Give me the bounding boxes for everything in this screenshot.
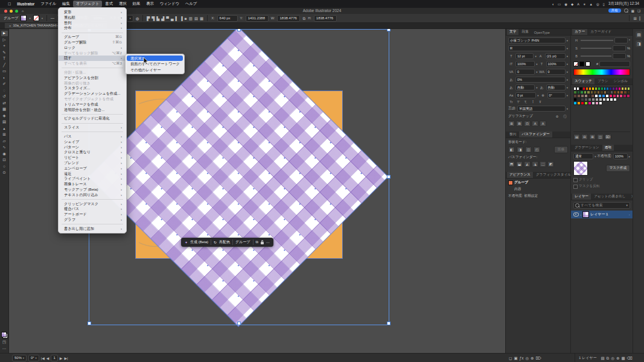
wifi-icon[interactable]: ▲	[590, 2, 593, 6]
record-icon[interactable]: ◉	[564, 2, 567, 6]
free-transform-tool[interactable]: ◈	[1, 113, 8, 119]
layer-name[interactable]: レイヤー 1	[590, 212, 608, 217]
type-style-icon-0[interactable]: Tr	[508, 100, 514, 104]
char-field-l-1[interactable]: 100%	[515, 61, 535, 67]
x-field[interactable]: 640 px	[217, 15, 238, 22]
zoom-level-field[interactable]: 50% ▾	[12, 355, 27, 361]
swatch-4-7[interactable]	[599, 101, 602, 105]
layers-tab-アートボード[interactable]: アートボード	[628, 194, 633, 200]
glyph-snap-icon-3[interactable]: A	[532, 121, 538, 127]
swatch-tab-スウォッチ[interactable]: スウォッチ	[572, 78, 595, 84]
appearance-tab-アピアランス[interactable]: アピアランス	[507, 172, 533, 178]
object-menu-item-27[interactable]: パターン›	[59, 145, 126, 150]
style-field[interactable]: ▾	[127, 15, 133, 22]
align-icon-9[interactable]: ▥	[189, 16, 193, 21]
color-slider-track-S[interactable]	[581, 48, 611, 49]
battery-icon[interactable]: ▯	[603, 2, 605, 6]
swatch-footer-icon-3[interactable]: ◫	[597, 134, 604, 140]
object-menu-item-30[interactable]: ブレンド›	[59, 160, 126, 166]
display-icon[interactable]: ◐	[552, 2, 554, 6]
hide-submenu-item-2[interactable]: その他のレイヤー	[126, 67, 184, 72]
selection-handle-4[interactable]	[387, 175, 391, 179]
magic-wand-tool[interactable]: ⌖	[1, 43, 8, 49]
object-menu-item-19[interactable]: 透明部分を分割・統合...	[59, 107, 126, 113]
pathfinder-icon-3[interactable]: ◮	[532, 161, 538, 167]
fill-swatch[interactable]	[21, 15, 27, 21]
object-menu-item-9[interactable]: 隠す›	[59, 56, 126, 61]
align-icon-5[interactable]: ▄	[171, 16, 174, 21]
object-menu-item-17[interactable]: モザイクオブジェクトを作成	[59, 97, 126, 102]
group-button[interactable]: グループ	[235, 240, 250, 245]
mesh-tool[interactable]: ⊞	[1, 132, 8, 138]
font-style-field[interactable]: R	[508, 45, 566, 51]
alignpf-tab-整列[interactable]: 整列	[507, 132, 518, 138]
object-menu-item-31[interactable]: エンベロープ›	[59, 166, 126, 171]
object-menu-item-3[interactable]: 分布›	[59, 25, 126, 31]
hide-submenu-item-0[interactable]: 選択⌘3	[127, 56, 183, 61]
font-family-field[interactable]: 小塚ゴシック Pr6N	[508, 37, 566, 43]
artboard-number-field[interactable]: 1	[51, 355, 57, 361]
language-field[interactable]: 米国英語	[517, 106, 566, 112]
layer-target-icon[interactable]: ◦	[629, 213, 630, 217]
selection-handle-1[interactable]	[237, 29, 241, 31]
artboard-tool[interactable]: ⊡	[1, 157, 8, 163]
swatch-footer-icon-2[interactable]: ⊞	[589, 134, 596, 140]
shape-mode-icon-0[interactable]: ◧	[508, 147, 515, 153]
shape-mode-icon-2[interactable]: ◫	[525, 147, 532, 153]
object-menu-item-28[interactable]: クロスと重なり›	[59, 150, 126, 155]
last-artboard-button[interactable]: ▶|	[64, 356, 68, 360]
swatch-footer-icon-4[interactable]: ⌦	[605, 134, 611, 140]
object-menu-item-41[interactable]: グラフ›	[59, 217, 126, 223]
hide-submenu-item-1[interactable]: 前面のすべてのアートワーク	[126, 61, 184, 66]
type-style-icon-3[interactable]: Ī	[530, 100, 536, 104]
prev-artboard-button[interactable]: ◀	[46, 356, 49, 360]
layers-footer-icon-2[interactable]: ◎	[611, 355, 614, 361]
first-artboard-button[interactable]: |◀	[41, 356, 45, 360]
swatch-tab-シンボル[interactable]: シンボル	[611, 78, 630, 84]
direct-selection-tool[interactable]: ▷	[1, 37, 8, 43]
glyph-info-icon-0[interactable]: ⊚	[554, 115, 560, 119]
object-menu-item-14[interactable]: 画像の切り抜き	[59, 81, 126, 86]
menu-item-ウィンドウ[interactable]: ウィンドウ	[157, 1, 182, 7]
align-icon-11[interactable]: ▦	[200, 16, 203, 21]
appearance-footer-icon-5[interactable]: ⌦	[536, 355, 541, 361]
spotlight-icon[interactable]: ◎	[596, 2, 599, 6]
pathfinder-icon-2[interactable]: ◭	[524, 161, 531, 167]
align-icon-7[interactable]: ▐	[180, 16, 183, 21]
align-icon-10[interactable]: ▤	[194, 16, 198, 21]
h-field[interactable]: 1838.4776	[314, 15, 337, 22]
layers-search-input[interactable]: すべてを検索	[581, 203, 603, 208]
close-tab-icon[interactable]: ×	[9, 24, 11, 28]
object-menu-item-25[interactable]: パス›	[59, 134, 126, 139]
scale-tool[interactable]: ⇄	[1, 101, 8, 106]
char-tab-文字[interactable]: 文字	[507, 29, 518, 35]
char-field-l-3[interactable]: 0%	[515, 77, 566, 83]
object-menu-item-29[interactable]: リピート›	[59, 155, 126, 160]
object-menu-item-18[interactable]: トリムマークを作成	[59, 102, 126, 107]
char-field-r-5[interactable]: 0°	[547, 92, 566, 98]
object-menu-item-26[interactable]: シェイプ›	[59, 139, 126, 145]
char-field-r-4[interactable]: 自動	[546, 84, 566, 91]
clip-checkbox[interactable]	[573, 178, 578, 182]
object-menu-item-33[interactable]: ライブペイント›	[59, 176, 126, 182]
constrain-proportions-icon[interactable]: ⧉	[302, 16, 305, 21]
line-segment-tool[interactable]: ╱	[1, 63, 8, 68]
stroke-dropdown-icon[interactable]: ▾	[42, 17, 43, 20]
object-menu-item-16[interactable]: グラデーションメッシュを作成...	[59, 91, 126, 97]
align-icon-1[interactable]: ▜	[151, 16, 155, 21]
object-menu-item-5[interactable]: グループ⌘G	[59, 34, 126, 40]
object-menu-item-21[interactable]: ピクセルグリッドに最適化	[59, 116, 126, 121]
keyboard-icon[interactable]: ∗	[583, 2, 586, 6]
rotate-tool[interactable]: ↺	[1, 94, 8, 100]
color-black-swatch[interactable]	[579, 62, 584, 66]
color-slider-track-B[interactable]	[581, 56, 611, 57]
pathfinder-icon-5[interactable]: ◩	[547, 161, 554, 167]
rotation-field[interactable]: 0° ▾	[28, 355, 39, 361]
char-field-l-2[interactable]: 0	[515, 69, 535, 75]
eraser-tool[interactable]: ◌	[1, 88, 8, 94]
glyph-info-icon-1[interactable]: ⓘ	[562, 115, 568, 119]
stroke-swatch[interactable]	[33, 15, 39, 21]
make-mask-button[interactable]: マスク作成	[606, 165, 630, 172]
align-icon-8[interactable]: ■	[185, 16, 187, 21]
color-value-H[interactable]	[614, 37, 628, 43]
